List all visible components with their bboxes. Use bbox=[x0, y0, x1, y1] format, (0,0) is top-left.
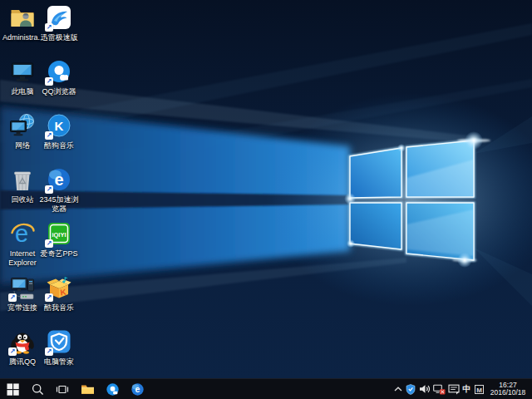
desktop-icon-label: 宽带连接 bbox=[2, 303, 42, 313]
start-button[interactable] bbox=[0, 379, 25, 399]
file-explorer-button[interactable] bbox=[75, 379, 100, 399]
desktop-icon-iqiyi-pps[interactable]: iQIYI ↗ 爱奇艺PPS bbox=[39, 220, 79, 259]
broadband-connection-icon: ↗ bbox=[9, 274, 36, 301]
tray-volume[interactable] bbox=[417, 379, 431, 399]
speaker-icon bbox=[419, 384, 431, 394]
desktop-icon-tencent-qq[interactable]: ↗ 腾讯QQ bbox=[2, 328, 42, 367]
desktop-icon-network[interactable]: 网络 bbox=[2, 112, 42, 150]
tray-ime-language[interactable]: M bbox=[473, 379, 485, 399]
thunder-bird-icon: ↗ bbox=[46, 4, 72, 31]
shortcut-arrow-icon: ↗ bbox=[45, 347, 53, 356]
windows-logo-icon bbox=[7, 383, 19, 396]
desktop-icon-kuwo-music[interactable]: K ↗ 酷我音乐 bbox=[39, 274, 79, 313]
svg-text:e: e bbox=[54, 170, 63, 189]
recycle-bin-icon bbox=[9, 166, 36, 193]
task-view-button[interactable] bbox=[50, 379, 75, 399]
task-view-icon bbox=[56, 384, 69, 395]
desktop-icon-label: Administra... bbox=[2, 33, 42, 42]
desktop-icon-label: 回收站 bbox=[2, 195, 42, 204]
search-button[interactable] bbox=[25, 379, 50, 399]
shortcut-arrow-icon: ↗ bbox=[45, 131, 53, 140]
kuwo-box-icon: K ↗ bbox=[46, 274, 72, 301]
network-globe-monitor-icon bbox=[9, 112, 36, 139]
shortcut-arrow-icon: ↗ bbox=[45, 185, 53, 194]
desktop-icon-2345-browser[interactable]: e ↗ 2345加速浏览器 bbox=[39, 166, 79, 213]
2345-e-sphere-icon: e bbox=[131, 382, 145, 397]
desktop-icon-kugou-music[interactable]: K ↗ 酷狗音乐 bbox=[39, 112, 79, 150]
desktop-icon-label: 酷我音乐 bbox=[39, 303, 79, 313]
desktop-icon-label: 爱奇艺PPS bbox=[39, 249, 79, 259]
desktop-icon-administrator[interactable]: Administra... bbox=[2, 4, 42, 42]
network-error-icon bbox=[433, 384, 446, 395]
chevron-up-icon bbox=[394, 387, 402, 392]
desktop[interactable]: Administra... ↗ 迅雷极速版 bbox=[0, 0, 532, 378]
folder-icon bbox=[81, 383, 95, 396]
desktop-icon-label: 酷狗音乐 bbox=[39, 141, 79, 150]
taskbar: e bbox=[0, 378, 532, 399]
desktop-icon-label: 腾讯QQ bbox=[2, 357, 42, 367]
taskbar-clock[interactable]: 16:27 2016/10/18 bbox=[485, 379, 530, 399]
svg-text:e: e bbox=[135, 384, 140, 394]
tray-action-center[interactable] bbox=[446, 379, 461, 399]
clock-date: 2016/10/18 bbox=[490, 389, 526, 397]
taskbar-2345-browser-button[interactable]: e bbox=[125, 379, 150, 399]
desktop-icon-label: Internet Explorer bbox=[2, 249, 42, 267]
monitor-icon bbox=[9, 58, 36, 85]
shortcut-arrow-icon: ↗ bbox=[45, 239, 53, 248]
shield-icon bbox=[406, 384, 416, 395]
pc-manager-shield-icon: ↗ bbox=[46, 328, 72, 355]
desktop-icon-label: QQ浏览器 bbox=[39, 87, 79, 96]
shortcut-arrow-icon: ↗ bbox=[45, 23, 53, 32]
desktop-icon-broadband[interactable]: ↗ 宽带连接 bbox=[2, 274, 42, 313]
taskbar-qq-browser-button[interactable] bbox=[100, 379, 125, 399]
user-folder-icon bbox=[9, 4, 36, 31]
tray-show-hidden-icons[interactable] bbox=[392, 379, 404, 399]
action-center-icon bbox=[448, 384, 460, 395]
svg-text:K: K bbox=[55, 119, 64, 133]
tray-pc-manager[interactable] bbox=[404, 379, 417, 399]
desktop-icon-thunder-speed[interactable]: ↗ 迅雷极速版 bbox=[39, 4, 79, 42]
qq-penguin-icon: ↗ bbox=[9, 328, 36, 355]
tray-ime-mode[interactable]: 中 bbox=[461, 379, 473, 399]
desktop-icon-this-pc[interactable]: 此电脑 bbox=[2, 58, 42, 96]
qq-browser-icon: ↗ bbox=[46, 58, 72, 85]
qq-browser-icon bbox=[106, 382, 120, 397]
desktop-icon-label: 电脑管家 bbox=[39, 357, 79, 367]
desktop-icon-label: 此电脑 bbox=[2, 87, 42, 96]
desktop-icon-label: 2345加速浏览器 bbox=[39, 195, 79, 213]
desktop-icon-recycle-bin[interactable]: 回收站 bbox=[2, 166, 42, 204]
shortcut-arrow-icon: ↗ bbox=[8, 293, 17, 302]
desktop-icon-qq-browser[interactable]: ↗ QQ浏览器 bbox=[39, 58, 79, 96]
desktop-icon-label: 网络 bbox=[2, 141, 42, 150]
shortcut-arrow-icon: ↗ bbox=[8, 347, 17, 356]
desktop-icon-pc-manager[interactable]: ↗ 电脑管家 bbox=[39, 328, 79, 367]
desktop-icon-internet-explorer[interactable]: e Internet Explorer bbox=[2, 220, 42, 267]
2345-e-sphere-icon: e ↗ bbox=[46, 166, 72, 193]
shortcut-arrow-icon: ↗ bbox=[45, 77, 53, 86]
desktop-icon-label: 迅雷极速版 bbox=[39, 33, 79, 42]
kugou-k-icon: K ↗ bbox=[46, 112, 72, 139]
windows-desktop-screen: Administra... ↗ 迅雷极速版 bbox=[0, 0, 532, 399]
iqiyi-icon: iQIYI ↗ bbox=[46, 220, 72, 247]
search-icon bbox=[32, 383, 44, 396]
ime-m-indicator: M bbox=[475, 385, 484, 394]
ie-logo-icon: e bbox=[9, 220, 36, 247]
tray-network-disconnected[interactable] bbox=[431, 379, 446, 399]
system-tray: 中 M 16:27 2016/10/18 bbox=[392, 379, 532, 399]
svg-text:iQIYI: iQIYI bbox=[52, 231, 66, 239]
shortcut-arrow-icon: ↗ bbox=[45, 293, 53, 302]
ime-chinese-indicator: 中 bbox=[463, 383, 471, 395]
